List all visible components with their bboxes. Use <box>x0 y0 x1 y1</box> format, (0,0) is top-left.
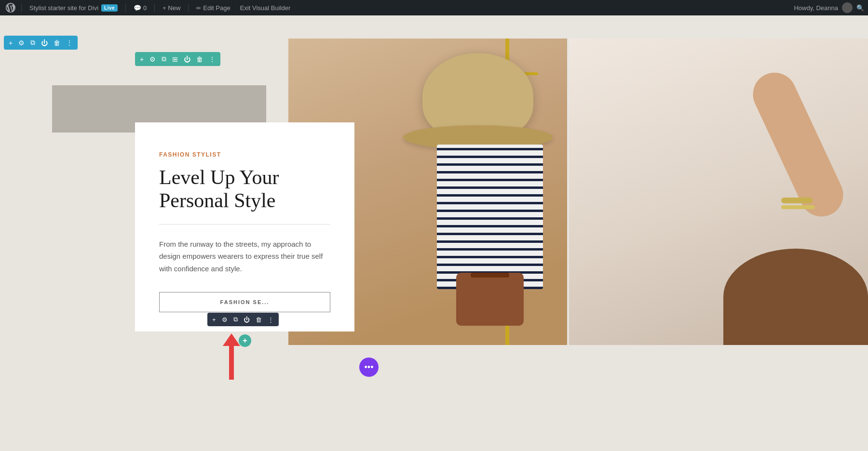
row-clone-icon[interactable]: ⧉ <box>162 55 166 63</box>
more-dots-icon: ••• <box>365 362 374 372</box>
section-power-icon[interactable]: ⏻ <box>41 39 48 47</box>
row-add-icon[interactable] <box>140 55 144 63</box>
module-dots-icon[interactable]: ⋮ <box>268 316 274 323</box>
row-trash-icon[interactable]: 🗑 <box>196 55 203 63</box>
arrow-up <box>223 333 240 380</box>
row-dots-icon[interactable]: ⋮ <box>209 55 216 63</box>
cta-label: FASHION SE... <box>220 299 270 305</box>
new-plus-icon <box>163 4 166 12</box>
separator-2 <box>125 4 126 12</box>
cta-button[interactable]: FASHION SE... <box>159 292 330 312</box>
edit-label: Edit Page <box>203 4 230 12</box>
hair <box>723 249 868 345</box>
section-clone-icon[interactable]: ⧉ <box>30 39 35 47</box>
bracelet <box>781 198 813 203</box>
category-label: FASHION STYLIST <box>159 151 330 158</box>
striped-shirt <box>437 145 543 289</box>
module-clone-icon[interactable]: ⧉ <box>233 316 238 323</box>
content-card: FASHION STYLIST Level Up Your Personal S… <box>135 122 354 332</box>
comment-count: 0 <box>143 4 147 12</box>
body-text: From the runway to the streets, my appro… <box>159 238 330 275</box>
separator-3 <box>154 4 155 12</box>
canvas: ⧉ ⏻ 🗑 ⋮ ⧉ ⊞ ⏻ 🗑 ⋮ <box>0 15 868 451</box>
section-add-icon[interactable] <box>9 39 13 47</box>
comment-link[interactable]: 0 <box>130 4 150 12</box>
admin-bar: Stylist starter site for Divi Live 0 New… <box>0 0 868 15</box>
new-label: New <box>168 4 180 12</box>
arrow-head <box>223 333 240 346</box>
user-greeting: Howdy, Deanna <box>794 4 838 12</box>
module-toolbar: ⧉ ⏻ 🗑 ⋮ <box>207 313 279 326</box>
add-module-circle[interactable]: + <box>239 334 251 347</box>
main-heading: Level Up Your Personal Style <box>159 166 330 212</box>
new-link[interactable]: New <box>159 4 184 12</box>
row-power-icon[interactable]: ⏻ <box>184 55 190 63</box>
live-badge: Live <box>101 4 118 12</box>
site-name-label: Stylist starter site for Divi <box>29 4 98 12</box>
module-add-icon[interactable] <box>212 316 216 323</box>
bracelet-2 <box>781 205 815 209</box>
module-power-icon[interactable]: ⏻ <box>244 316 250 323</box>
exit-label: Exit Visual Builder <box>240 4 291 12</box>
exit-visual-builder-link[interactable]: Exit Visual Builder <box>236 4 295 12</box>
module-settings-icon[interactable] <box>222 316 228 323</box>
wordpress-icon[interactable] <box>4 1 17 14</box>
brown-bag <box>456 273 524 326</box>
right-image <box>569 39 868 345</box>
separator-4 <box>188 4 189 12</box>
admin-bar-right: Howdy, Deanna <box>794 2 864 13</box>
comment-icon <box>134 4 141 12</box>
search-icon[interactable] <box>856 4 864 12</box>
section-dots-icon[interactable]: ⋮ <box>66 39 73 47</box>
more-options-button[interactable]: ••• <box>359 358 379 377</box>
section-settings-icon[interactable] <box>18 39 25 47</box>
module-trash-icon[interactable]: 🗑 <box>256 316 262 323</box>
separator <box>21 4 22 12</box>
avatar[interactable] <box>842 2 853 13</box>
section-toolbar: ⧉ ⏻ 🗑 ⋮ <box>4 36 78 50</box>
bag-strap <box>471 273 509 278</box>
row-settings-icon[interactable] <box>149 55 156 63</box>
divider <box>159 224 330 225</box>
row-grid-icon[interactable]: ⊞ <box>172 55 178 63</box>
site-name[interactable]: Stylist starter site for Divi Live <box>26 4 122 12</box>
arrow-shaft <box>229 346 234 380</box>
row-toolbar: ⧉ ⊞ ⏻ 🗑 ⋮ <box>135 52 220 66</box>
edit-icon <box>196 4 201 12</box>
section-trash-icon[interactable]: 🗑 <box>54 39 60 47</box>
edit-page-link[interactable]: Edit Page <box>192 4 234 12</box>
arrow-indicator <box>223 333 240 380</box>
